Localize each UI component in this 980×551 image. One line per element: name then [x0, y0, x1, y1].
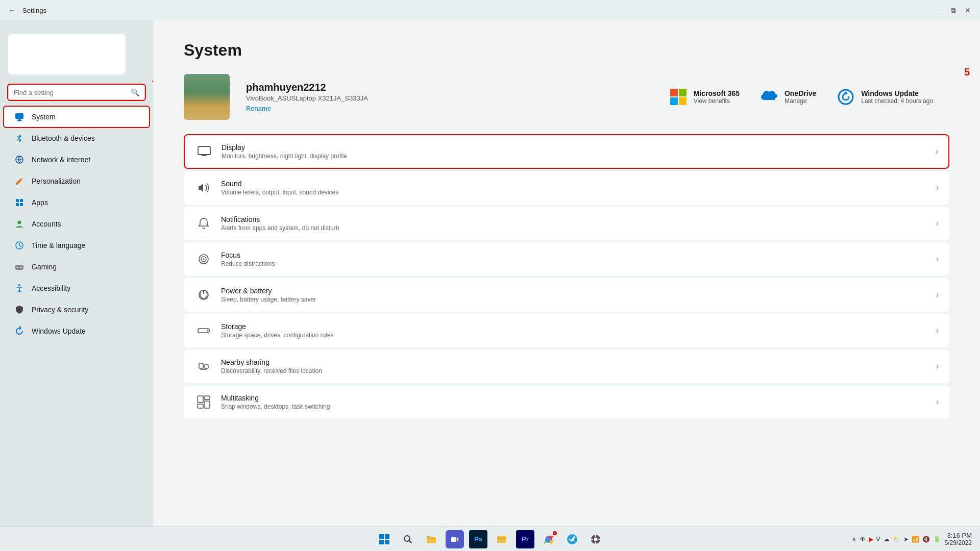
focus-text: Focus Reduce distractions — [221, 251, 936, 267]
svg-point-20 — [203, 259, 205, 260]
storage-sub: Storage space, drives, configuration rul… — [221, 332, 936, 339]
service-m365[interactable]: Microsoft 365 View benefits — [669, 88, 740, 106]
taskbar-pr-button[interactable]: Pr — [516, 530, 534, 548]
multitasking-icon — [194, 393, 213, 411]
accessibility-icon — [14, 283, 24, 293]
search-input[interactable] — [14, 89, 127, 96]
settings-row-display[interactable]: Display Monitors, brightness, night ligh… — [184, 134, 949, 169]
svg-rect-26 — [198, 396, 203, 403]
profile-info: phamhuyen2212 VivoBook_ASUSLaptop X321JA… — [246, 82, 368, 112]
sidebar-item-time[interactable]: Time & language — [4, 235, 149, 256]
sidebar-label-bluetooth: Bluetooth & devices — [32, 134, 95, 142]
svg-rect-24 — [199, 363, 203, 368]
search-box[interactable]: 🔍 — [8, 85, 145, 100]
power-sub: Sleep, battery usage, battery saver — [221, 296, 936, 303]
profile-model: VivoBook_ASUSLaptop X321JA_S333JA — [246, 94, 368, 102]
winupdate-info: Windows Update Last checked: 4 hours ago — [861, 89, 933, 105]
nearbysharing-title: Nearby sharing — [221, 358, 936, 366]
settings-row-focus[interactable]: Focus Reduce distractions › — [184, 242, 949, 276]
sidebar-label-accessibility: Accessibility — [32, 284, 70, 292]
sidebar-label-gaming: Gaming — [32, 263, 57, 271]
sidebar-item-personalization[interactable]: Personalization — [4, 171, 149, 191]
privacy-icon — [14, 305, 24, 315]
svg-rect-27 — [204, 396, 210, 399]
profile-rename-link[interactable]: Rename — [246, 105, 368, 112]
tray-up-icon[interactable]: ∧ — [852, 536, 856, 543]
sidebar-item-apps[interactable]: Apps — [4, 192, 149, 213]
svg-point-11 — [18, 284, 20, 286]
taskbar-files-button[interactable] — [493, 530, 511, 548]
tray-eye-icon: 👁 — [860, 536, 866, 543]
sidebar-item-gaming[interactable]: Gaming — [4, 257, 149, 277]
taskbar-right: ∧ 👁 ▶ V ☁ ⛅ ➤ 📶 🔇 🔋 3:16 PM 5/29/2022 — [852, 532, 972, 546]
sidebar-profile-box — [8, 34, 126, 74]
sidebar-item-bluetooth[interactable]: Bluetooth & devices — [4, 128, 149, 148]
taskbar-search-button[interactable] — [399, 530, 417, 548]
titlebar-title: Settings — [22, 7, 46, 14]
profile-section: phamhuyen2212 VivoBook_ASUSLaptop X321JA… — [184, 74, 949, 120]
taskbar-telegram-button[interactable] — [563, 530, 581, 548]
personalization-icon — [14, 176, 24, 186]
settings-row-multitasking[interactable]: Multitasking Snap windows, desktops, tas… — [184, 385, 949, 419]
taskbar-chrome-button[interactable]: 1 — [540, 530, 558, 548]
sidebar-label-system: System — [32, 113, 56, 121]
settings-row-notifications[interactable]: Notifications Alerts from apps and syste… — [184, 207, 949, 240]
storage-chevron: › — [936, 326, 939, 335]
notifications-icon — [194, 214, 213, 233]
winupdate-name: Windows Update — [861, 89, 933, 97]
svg-rect-30 — [379, 534, 384, 539]
service-winupdate[interactable]: Windows Update Last checked: 4 hours ago — [837, 88, 933, 106]
tray-vol-icon[interactable]: 🔇 — [922, 536, 930, 543]
tray-v-icon: V — [876, 536, 880, 543]
taskbar-explorer-button[interactable] — [422, 530, 440, 548]
multitasking-title: Multitasking — [221, 394, 936, 402]
sidebar-label-privacy: Privacy & security — [32, 306, 88, 314]
tray-wifi-icon[interactable]: 📶 — [912, 536, 919, 543]
sidebar-item-network[interactable]: Network & internet — [4, 149, 149, 170]
profile-username: phamhuyen2212 — [246, 82, 368, 93]
annotation-4: 4 — [152, 76, 153, 86]
taskbar-meet-button[interactable] — [446, 530, 464, 548]
power-text: Power & battery Sleep, battery usage, ba… — [221, 287, 936, 303]
taskbar-ps-button[interactable]: Ps — [469, 530, 487, 548]
minimize-button[interactable]: — — [935, 6, 943, 14]
svg-rect-14 — [670, 97, 678, 105]
svg-rect-32 — [379, 540, 384, 544]
sound-sub: Volume levels, output, input, sound devi… — [221, 189, 936, 196]
sound-icon — [194, 179, 213, 197]
profile-avatar — [184, 74, 230, 120]
notifications-text: Notifications Alerts from apps and syste… — [221, 215, 936, 232]
storage-title: Storage — [221, 322, 936, 331]
svg-point-44 — [594, 537, 598, 541]
sidebar-item-system[interactable]: System — [4, 107, 149, 127]
taskbar-time[interactable]: 3:16 PM 5/29/2022 — [945, 532, 972, 546]
settings-list: Display Monitors, brightness, night ligh… — [184, 134, 949, 419]
sidebar-item-update[interactable]: Windows Update — [4, 321, 149, 341]
taskbar-settings-button[interactable] — [586, 530, 605, 548]
onedrive-info: OneDrive Manage — [785, 89, 816, 105]
display-sub: Monitors, brightness, night light, displ… — [222, 153, 936, 160]
service-onedrive[interactable]: OneDrive Manage — [760, 88, 816, 106]
sidebar-item-accounts[interactable]: Accounts — [4, 214, 149, 234]
onedrive-icon — [760, 88, 778, 106]
settings-row-storage[interactable]: Storage Storage space, drives, configura… — [184, 314, 949, 347]
sound-chevron: › — [936, 183, 939, 192]
tray-battery-icon: 🔋 — [933, 536, 941, 543]
focus-icon — [194, 250, 213, 268]
focus-title: Focus — [221, 251, 936, 259]
titlebar-left: ← Settings — [8, 6, 46, 14]
sidebar-item-privacy[interactable]: Privacy & security — [4, 299, 149, 320]
m365-info: Microsoft 365 View benefits — [694, 89, 740, 105]
onedrive-name: OneDrive — [785, 89, 816, 97]
back-button[interactable]: ← — [8, 6, 16, 14]
sidebar-search-area: 🔍 4 — [0, 85, 153, 106]
close-button[interactable]: ✕ — [964, 6, 972, 14]
settings-row-sound[interactable]: Sound Volume levels, output, input, soun… — [184, 171, 949, 205]
svg-rect-2 — [17, 120, 22, 121]
settings-row-nearbysharing[interactable]: Nearby sharing Discoverability, received… — [184, 349, 949, 383]
settings-row-power[interactable]: Power & battery Sleep, battery usage, ba… — [184, 278, 949, 312]
start-button[interactable] — [375, 530, 394, 548]
restore-button[interactable]: ⧉ — [949, 6, 958, 14]
sidebar-profile-area — [0, 29, 153, 85]
sidebar-item-accessibility[interactable]: Accessibility — [4, 278, 149, 298]
